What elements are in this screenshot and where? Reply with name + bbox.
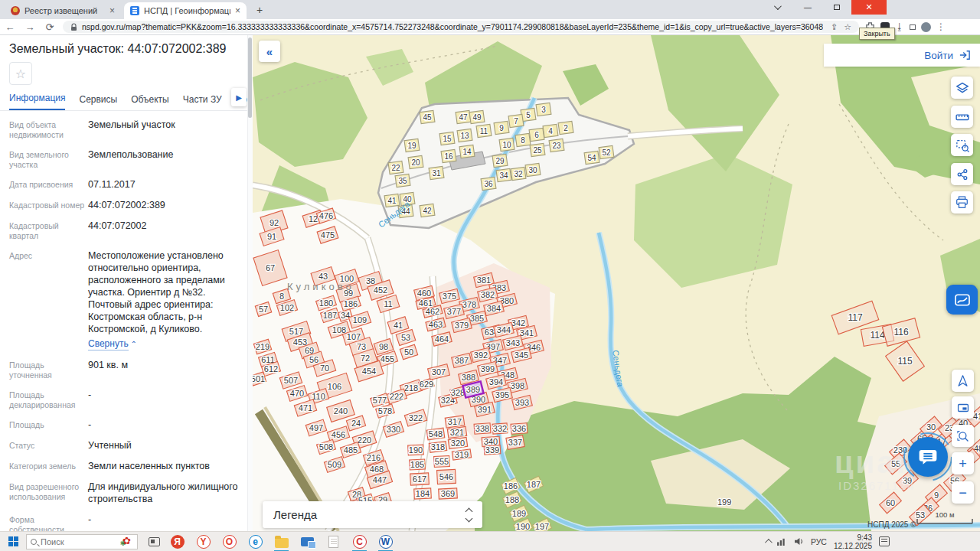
panel-tab-2[interactable]: Сервисы [79, 94, 117, 110]
parcel-label-3: 3 [541, 106, 546, 114]
collapse-panel-button[interactable]: « [259, 41, 280, 62]
taskbar-app-9[interactable]: W [377, 533, 394, 549]
notification-center-icon[interactable] [879, 536, 890, 546]
parcel-label-109: 109 [353, 315, 367, 324]
panel-tab-3[interactable]: Объекты [131, 94, 169, 110]
share-icon[interactable]: ⇪ [831, 22, 838, 32]
panorama-button[interactable] [946, 285, 978, 315]
location-arrow-icon [956, 374, 969, 387]
select-area-button[interactable] [951, 134, 973, 156]
parcel-label-319: 319 [455, 450, 469, 459]
registry-favicon [11, 6, 20, 15]
zoom-search-icon [956, 429, 970, 443]
holiday-flower-icon: ❃✿ [121, 536, 133, 547]
my-location-button[interactable] [952, 370, 974, 392]
parcel-label-42: 42 [423, 207, 432, 215]
overview-map-button[interactable] [952, 396, 974, 419]
parcel-label-72: 72 [361, 354, 370, 363]
legend-bar[interactable]: Легенда [263, 501, 482, 528]
parcel-label-322: 322 [409, 413, 423, 422]
panel-scrollbar[interactable] [247, 35, 253, 531]
taskbar-search[interactable]: ❃✿ [26, 534, 138, 549]
minimize-button[interactable]: — [798, 0, 818, 15]
close-tooltip: Закрыть [859, 28, 895, 40]
restore-button[interactable] [827, 0, 847, 15]
window-pip-icon[interactable] [910, 24, 916, 30]
field-value: - [88, 389, 91, 410]
profile-avatar[interactable] [921, 22, 931, 32]
menu-kebab-icon[interactable]: ⋮ [936, 21, 946, 32]
parcel-label-470: 470 [290, 389, 304, 398]
taskbar-app-8[interactable]: C [351, 533, 368, 549]
measure-button[interactable] [951, 106, 973, 128]
reload-icon[interactable]: ⟳ [40, 21, 60, 33]
parcel-label-188: 188 [505, 495, 519, 504]
task-view-button[interactable] [149, 537, 160, 546]
parcel-label-617: 617 [413, 474, 426, 484]
browser-tab-nspd[interactable]: НСПД | Геоинформационный п × [124, 2, 247, 19]
start-button[interactable] [0, 536, 26, 546]
parcel-label-9: 9 [499, 124, 504, 132]
parcel-label-611: 611 [261, 355, 275, 364]
field-value: Земельный участок [88, 119, 175, 140]
parcel-label-385: 385 [470, 314, 484, 323]
zoom-to-object-button[interactable] [952, 425, 974, 447]
download-icon[interactable]: ⭳ [895, 21, 904, 32]
tab-close-icon[interactable]: × [109, 5, 115, 16]
parcel-label-468: 468 [370, 465, 384, 474]
app-icon-Я: Я [171, 535, 185, 549]
parcel-label-464: 464 [435, 334, 449, 344]
tab-search-icon[interactable] [767, 0, 786, 15]
browser-tab-registry[interactable]: Реестр извещений × [5, 2, 121, 19]
parcel-label-8: 8 [521, 136, 525, 145]
zoom-out-button[interactable]: − [952, 481, 974, 504]
taskbar-app-2[interactable]: Y [195, 533, 211, 549]
speaker-icon[interactable] [794, 537, 804, 546]
chat-fab-button[interactable] [908, 437, 948, 477]
taskbar-app-7[interactable] [325, 533, 341, 549]
layers-button[interactable] [951, 77, 973, 99]
taskbar-app-6[interactable] [299, 533, 315, 549]
scrollbar-thumb[interactable] [248, 37, 252, 118]
bookmark-star-icon[interactable]: ☆ [844, 22, 851, 32]
forward-icon[interactable]: → [20, 21, 40, 33]
parcel-label-321: 321 [450, 428, 464, 437]
panel-tab-1[interactable]: Информация [9, 93, 65, 110]
field-value: - [88, 514, 91, 531]
print-button[interactable] [951, 191, 973, 214]
app-icon-C: C [353, 535, 367, 549]
search-input[interactable] [41, 537, 111, 546]
map-canvas[interactable]: 4547493579111315191614108642232529202231… [253, 35, 980, 531]
back-icon[interactable]: ← [0, 21, 20, 33]
map-area[interactable]: 4547493579111315191614108642232529202231… [253, 35, 980, 531]
address-bar[interactable]: nspd.gov.ru/map?thematic=PKK&zoom=16.333… [63, 21, 859, 33]
parcel-label-471: 471 [299, 403, 312, 412]
screen: Реестр извещений × НСПД | Геоинформацион… [0, 0, 980, 551]
field-value: 901 кв. м [88, 359, 128, 380]
tray-expand-icon[interactable] [765, 539, 773, 546]
new-tab-button[interactable]: + [253, 4, 266, 18]
parcel-label-375: 375 [443, 292, 456, 301]
panel-tab-4[interactable]: Части ЗУ [183, 94, 222, 110]
login-button[interactable]: Войти [924, 50, 953, 61]
taskbar-app-1[interactable]: Я [169, 533, 185, 549]
parcel-label-29: 29 [495, 157, 505, 165]
taskbar-app-5[interactable] [273, 533, 289, 549]
zoom-in-button[interactable]: + [952, 452, 974, 474]
tabs-overflow-button[interactable]: ▶ [231, 88, 247, 106]
legend-toggle-icon[interactable] [466, 509, 472, 521]
tab-close-icon[interactable]: × [235, 5, 240, 16]
collapse-address-link[interactable]: Свернуть [88, 337, 129, 350]
windows-taskbar: ❃✿ ЯYOeCW РУС 9:43 12.12.2025 [0, 531, 980, 551]
taskbar-app-3[interactable]: O [221, 533, 237, 549]
close-button[interactable]: ✕ [851, 0, 887, 15]
favorite-star-button[interactable]: ☆ [9, 62, 32, 85]
network-icon[interactable] [777, 537, 787, 546]
parcel-label-447: 447 [373, 475, 387, 484]
language-indicator[interactable]: РУС [811, 537, 827, 546]
parcel-label-218: 218 [404, 383, 418, 393]
share-button[interactable] [951, 163, 973, 185]
parcel-label-107: 107 [347, 332, 361, 341]
taskbar-clock[interactable]: 9:43 12.12.2025 [834, 533, 872, 550]
taskbar-app-4[interactable]: e [247, 533, 263, 549]
